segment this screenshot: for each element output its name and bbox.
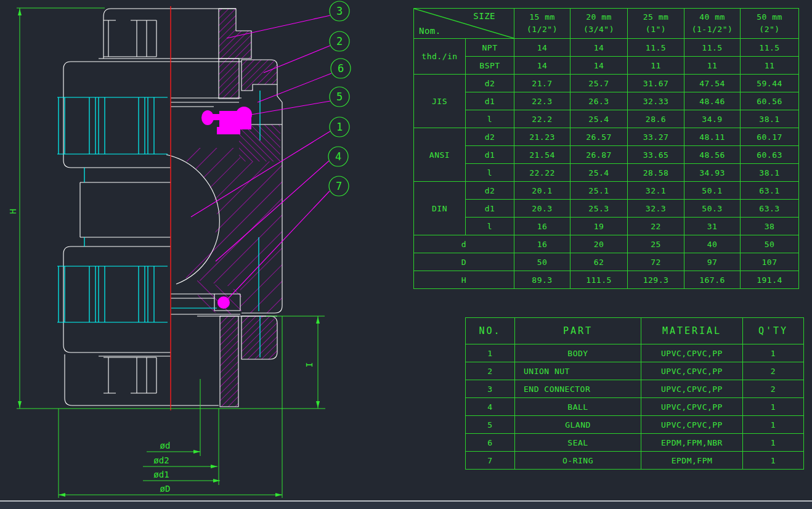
svg-text:6: 6	[338, 62, 344, 75]
table-cell: 97	[684, 253, 741, 271]
table-cell: 59.44	[741, 75, 799, 92]
table-cell: 2	[743, 362, 804, 380]
table-cell: 11	[684, 57, 741, 75]
row-label-d: d	[414, 235, 514, 253]
row-label: d1	[466, 146, 514, 164]
col-header-20mm: 20 mm(3/4")	[570, 9, 628, 39]
table-row: thd./in NPT 14 14 11.5 11.5 11.5	[414, 39, 799, 57]
table-cell: 31.67	[628, 75, 684, 92]
table-cell: 14	[570, 39, 628, 57]
table-cell: 20	[570, 235, 628, 253]
table-row: 4 BALL UPVC,CPVC,PP 1	[466, 398, 804, 416]
table-cell: 107	[741, 253, 799, 271]
table-cell: 191.4	[741, 271, 799, 289]
table-cell: 31	[684, 218, 741, 235]
table-cell: 28.6	[628, 110, 684, 128]
table-row: d1 21.54 26.87 33.65 48.56 60.63	[414, 146, 799, 164]
table-cell: 33.27	[628, 128, 684, 146]
table-row: ANSI d2 21.23 26.57 33.27 48.11 60.17	[414, 128, 799, 146]
size-table-corner-cell: SIZE Nom.	[414, 9, 514, 39]
table-cell: 1	[466, 344, 515, 362]
table-row: 7 O-RING EPDM,FPM 1	[466, 452, 804, 470]
table-cell: 60.17	[741, 128, 799, 146]
row-label-H: H	[414, 271, 514, 289]
table-cell: 2	[466, 362, 515, 380]
table-cell: 3	[466, 380, 515, 398]
col-header-qty: Q'TY	[743, 318, 804, 344]
table-cell: 11	[628, 57, 684, 75]
balloon-5: 5	[330, 87, 349, 107]
row-label: d2	[466, 182, 514, 200]
dim-label-oD: øD	[160, 484, 171, 494]
table-row: 1 BODY UPVC,CPVC,PP 1	[466, 344, 804, 362]
col-header-50mm: 50 mm(2")	[741, 9, 799, 39]
svg-text:4: 4	[335, 150, 341, 163]
table-cell: 38.1	[741, 110, 799, 128]
table-cell: 28.58	[628, 164, 684, 182]
row-label: l	[466, 164, 514, 182]
group-label-thd: thd./in	[414, 39, 466, 75]
balloon-7: 7	[329, 176, 349, 196]
table-cell: 72	[628, 253, 684, 271]
col-header-material: MATERIAL	[641, 318, 743, 344]
table-cell: 16	[514, 218, 570, 235]
row-label-D: D	[414, 253, 514, 271]
col-header-40mm: 40 mm(1-1/2")	[684, 9, 741, 39]
hatch-regions	[182, 9, 282, 407]
table-cell: 26.3	[570, 92, 628, 110]
table-row: l 22.22 25.4 28.58 34.93 38.1	[414, 164, 799, 182]
table-cell: 7	[466, 452, 515, 470]
table-cell: 6	[466, 434, 515, 452]
table-cell: 48.11	[684, 128, 741, 146]
table-cell: 50.1	[684, 182, 741, 200]
svg-text:5: 5	[336, 91, 343, 103]
table-cell: UPVC,CPVC,PP	[641, 344, 743, 362]
dim-label-H: H	[8, 209, 18, 214]
table-cell: 14	[514, 57, 570, 75]
row-label: NPT	[466, 39, 514, 57]
balloon-1: 1	[330, 117, 349, 137]
table-cell: 25.3	[570, 200, 628, 218]
dim-label-od1: ød1	[153, 470, 169, 479]
row-label: BSPT	[466, 57, 514, 75]
table-cell: 60.63	[741, 146, 799, 164]
table-row: 5 GLAND UPVC,CPVC,PP 1	[466, 416, 804, 434]
table-cell: UPVC,CPVC,PP	[641, 362, 743, 380]
svg-text:3: 3	[336, 5, 343, 17]
svg-text:2: 2	[336, 35, 343, 47]
svg-text:1: 1	[336, 121, 343, 133]
balloon-6: 6	[331, 59, 351, 78]
table-cell: 4	[466, 398, 515, 416]
balloon-2: 2	[330, 31, 349, 51]
table-cell: EPDM,FPM	[641, 452, 743, 470]
row-label: l	[466, 110, 514, 128]
group-label-jis: JIS	[414, 75, 466, 128]
table-cell: 1	[743, 416, 804, 434]
table-cell: 50.3	[684, 200, 741, 218]
group-label-ansi: ANSI	[414, 128, 466, 182]
table-row: DIN d2 20.1 25.1 32.1 50.1 63.1	[414, 182, 799, 200]
table-cell: 11.5	[628, 39, 684, 57]
table-cell: 19	[570, 218, 628, 235]
table-row: d1 22.3 26.3 32.33 48.46 60.56	[414, 92, 799, 110]
table-cell: 14	[570, 57, 628, 75]
table-row: d1 20.3 25.3 32.3 50.3 63.3	[414, 200, 799, 218]
size-table: SIZE Nom. 15 mm(1/2") 20 mm(3/4") 25 mm(…	[413, 8, 799, 289]
table-row: 3 END CONNECTOR UPVC,CPVC,PP 2	[466, 380, 804, 398]
table-cell: 25.4	[570, 164, 628, 182]
table-cell: 63.1	[741, 182, 799, 200]
table-row: BSPT 14 14 11 11 11	[414, 57, 799, 75]
table-cell: EPDM,FPM,NBR	[641, 434, 743, 452]
table-row: D 50 62 72 97 107	[414, 253, 799, 271]
table-cell: 26.57	[570, 128, 628, 146]
svg-text:7: 7	[336, 180, 342, 192]
table-cell: 33.65	[628, 146, 684, 164]
table-cell: 25.4	[570, 110, 628, 128]
table-cell: 2	[743, 380, 804, 398]
table-cell: 1	[743, 398, 804, 416]
row-label: d1	[466, 92, 514, 110]
table-cell: 38.1	[741, 164, 799, 182]
table-cell: 22.2	[514, 110, 570, 128]
table-cell: UNION NUT	[515, 362, 641, 380]
table-cell: 32.33	[628, 92, 684, 110]
